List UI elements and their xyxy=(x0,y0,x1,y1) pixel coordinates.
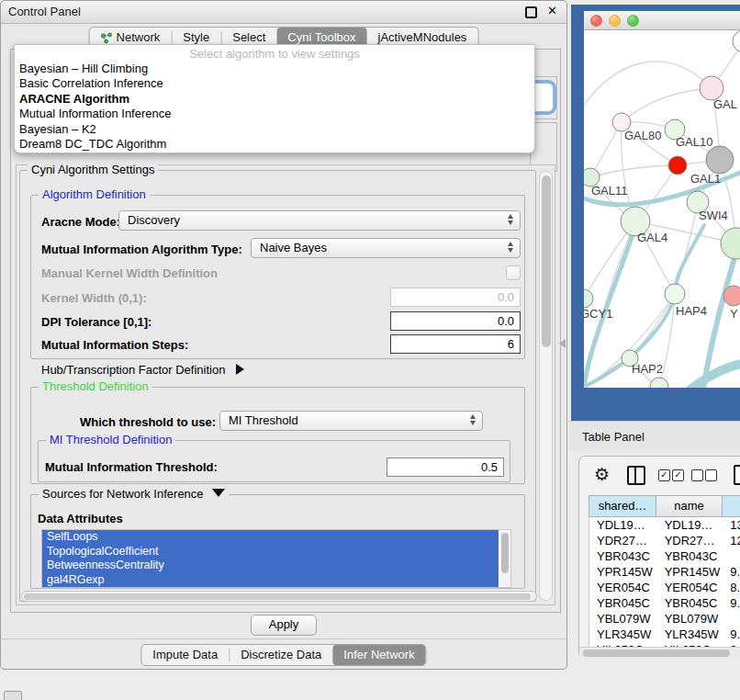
mi-threshold-definition-title: MI Threshold Definition xyxy=(46,433,175,446)
network-node[interactable] xyxy=(584,289,593,308)
network-edge xyxy=(690,364,740,388)
minimized-panel-icon[interactable] xyxy=(4,691,22,700)
document-icon[interactable] xyxy=(734,465,740,485)
network-window-titlebar[interactable] xyxy=(584,11,740,30)
hub-definition-expander[interactable]: Hub/Transcription Factor Definition xyxy=(41,363,244,377)
stepper-arrows-icon xyxy=(508,242,513,253)
gear-icon[interactable]: ⚙ xyxy=(594,465,610,485)
table-horizontal-scrollbar[interactable] xyxy=(579,647,740,659)
data-attribute-item[interactable]: TopologicalCoefficient xyxy=(42,545,499,559)
hub-definition-label: Hub/Transcription Factor Definition xyxy=(41,363,225,377)
table-panel-title: Table Panel xyxy=(582,430,645,444)
network-node[interactable] xyxy=(706,146,734,174)
threshold-definition-title: Threshold Definition xyxy=(39,379,152,393)
attributes-scrollbar-thumb[interactable] xyxy=(501,533,509,573)
dpi-tolerance-input[interactable]: 0.0 xyxy=(390,311,521,331)
table-row[interactable]: YLR345WYLR345W9. xyxy=(589,627,740,642)
network-node[interactable] xyxy=(723,286,740,306)
network-node-label: GAL10 xyxy=(676,135,712,149)
network-node-label: GAL4 xyxy=(637,231,667,244)
algorithm-dropdown-item[interactable]: Mutual Information Inference xyxy=(19,107,530,121)
table-hscroll-thumb[interactable] xyxy=(583,649,730,657)
control-panel-titlebar[interactable]: Control Panel ✕ xyxy=(1,1,566,24)
deselect-all-checkbox-icon[interactable] xyxy=(691,469,703,481)
settings-horizontal-scrollbar[interactable] xyxy=(21,591,537,602)
table-row[interactable]: YBL079WYBL079W xyxy=(589,611,740,627)
data-attribute-item[interactable]: BetweennessCentrality xyxy=(42,559,499,573)
algorithm-dropdown-item[interactable]: ARACNE Algorithm xyxy=(19,92,530,107)
table-row[interactable]: YER054CYER054C8. xyxy=(589,580,740,595)
table-cell: 9. xyxy=(723,627,740,642)
mi-algorithm-type-combobox[interactable]: Naive Bayes xyxy=(251,238,521,258)
table-cell xyxy=(723,611,740,627)
table-row[interactable]: YBR045CYBR045C9. xyxy=(589,595,740,611)
data-attribute-item[interactable]: gal4RGexp xyxy=(42,573,499,588)
kernel-width-label: Kernel Width (0,1): xyxy=(41,291,147,305)
table-cell: YDL19… xyxy=(657,517,723,533)
settings-vertical-scrollbar[interactable] xyxy=(539,171,553,601)
table-column-header[interactable] xyxy=(723,495,740,517)
table-cell: YBR045C xyxy=(589,595,657,611)
expander-arrow-right-icon[interactable] xyxy=(236,364,244,375)
algorithm-dropdown-item[interactable]: Dream8 DC_TDC Algorithm xyxy=(19,137,530,152)
apply-button[interactable]: Apply xyxy=(251,615,317,636)
tab-discretize-data[interactable]: Discretize Data xyxy=(230,645,332,665)
network-canvas[interactable]: GALGAL80GAL10GAL1GAL11SWI4GAL4GCY1HAP4YH… xyxy=(584,29,740,388)
table-row[interactable]: YDR27…YDR27…12 xyxy=(589,533,740,548)
tab-discretize-data-label: Discretize Data xyxy=(241,645,321,665)
close-traffic-light[interactable] xyxy=(590,15,602,27)
table-row[interactable]: YBR043CYBR043C xyxy=(589,548,740,564)
table-cell: 13 xyxy=(723,517,740,533)
tab-infer-network[interactable]: Infer Network xyxy=(332,645,425,665)
network-node[interactable] xyxy=(650,378,668,388)
float-window-icon[interactable] xyxy=(525,6,537,18)
minimize-traffic-light[interactable] xyxy=(609,15,621,27)
which-threshold-label: Which threshold to use: xyxy=(80,415,216,429)
manual-kernel-width-checkbox[interactable] xyxy=(506,265,521,280)
algorithm-dropdown-placeholder: Select algorithm to view settings xyxy=(15,47,534,61)
cyni-bottom-tabs: Impute Data Discretize Data Infer Networ… xyxy=(140,644,426,666)
table-cell: 12 xyxy=(723,533,740,548)
settings-vscroll-thumb[interactable] xyxy=(542,175,551,347)
settings-hscroll-thumb[interactable] xyxy=(24,593,531,600)
table-column-header[interactable]: shared… xyxy=(589,495,656,517)
table-cell: YER054C xyxy=(589,580,657,595)
network-node[interactable] xyxy=(668,156,687,175)
table-row[interactable]: YDL19…YDL19…13 xyxy=(589,517,740,533)
stepper-arrows-icon xyxy=(470,414,476,425)
select-all-checkbox-icon[interactable]: ✓ xyxy=(658,469,670,481)
splitter-collapse-handle[interactable] xyxy=(559,339,566,348)
aracne-mode-value: Discovery xyxy=(128,213,180,227)
mi-threshold-input[interactable]: 0.5 xyxy=(387,457,504,477)
algorithm-dropdown-item[interactable]: Bayesian – K2 xyxy=(19,122,530,137)
data-attribute-item[interactable]: SelfLoops xyxy=(42,530,499,545)
network-node[interactable] xyxy=(721,228,740,259)
tab-impute-data[interactable]: Impute Data xyxy=(141,645,229,665)
attributes-scrollbar[interactable] xyxy=(500,531,510,586)
close-icon[interactable]: ✕ xyxy=(547,4,557,17)
network-node[interactable] xyxy=(733,30,740,52)
data-attributes-list[interactable]: SelfLoopsTopologicalCoefficientBetweenne… xyxy=(41,529,511,588)
network-node-label: GAL1 xyxy=(690,172,721,186)
table-row[interactable]: YPR145WYPR145W9. xyxy=(589,564,740,580)
zoom-traffic-light[interactable] xyxy=(627,15,639,27)
which-threshold-combobox[interactable]: MI Threshold xyxy=(219,411,483,431)
table-column-header[interactable]: name xyxy=(656,495,723,517)
network-node[interactable] xyxy=(665,284,685,304)
table-toolbar: ⚙ ✓ ✓ xyxy=(579,462,740,490)
table-panel-titlebar[interactable]: Table Panel xyxy=(569,421,740,451)
kernel-width-input[interactable]: 0.0 xyxy=(390,288,521,307)
algorithm-dropdown-item[interactable]: Bayesian – Hill Climbing xyxy=(19,62,530,76)
deselect-all-checkbox-icon[interactable] xyxy=(705,469,717,481)
mi-steps-input[interactable]: 6 xyxy=(390,334,521,354)
split-columns-icon[interactable] xyxy=(627,466,645,485)
select-all-checkbox-icon[interactable]: ✓ xyxy=(672,469,684,481)
network-canvas-svg: GALGAL80GAL10GAL1GAL11SWI4GAL4GCY1HAP4YH… xyxy=(584,29,740,388)
table-body: YDL19…YDL19…13YDR27…YDR27…12YBR043CYBR04… xyxy=(589,517,740,647)
mi-steps-label: Mutual Information Steps: xyxy=(41,338,188,352)
cyni-algorithm-settings-title: Cyni Algorithm Settings xyxy=(28,163,158,176)
aracne-mode-combobox[interactable]: Discovery xyxy=(118,210,521,231)
algorithm-dropdown-item[interactable]: Basic Correlation Inference xyxy=(19,76,530,91)
expander-arrow-down-icon[interactable] xyxy=(212,489,225,497)
network-node-label: HAP4 xyxy=(676,304,707,318)
